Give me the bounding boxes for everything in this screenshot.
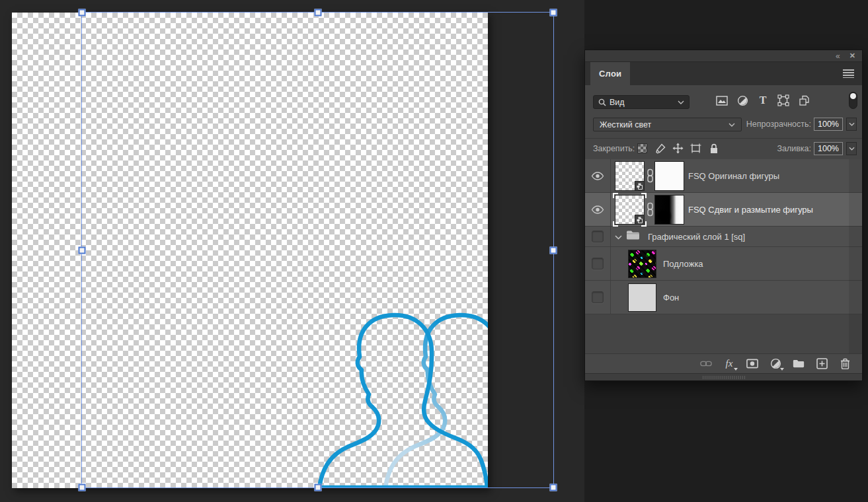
hidden-visibility-box (592, 231, 604, 242)
layer-style-fx-button[interactable]: fx (723, 358, 735, 370)
new-group-button[interactable] (793, 358, 805, 370)
link-layers-button[interactable] (700, 358, 712, 370)
add-layer-mask-button[interactable] (746, 358, 758, 370)
filter-toggle-knob (850, 93, 856, 99)
blend-mode-select[interactable]: Жесткий свет (593, 118, 742, 131)
fill-label: Заливка: (777, 144, 811, 153)
layers-panel: « ✕ Слои Вид T (584, 50, 863, 381)
visibility-cell[interactable] (585, 227, 611, 246)
layer-thumbnail[interactable] (628, 250, 656, 278)
mask-link-icon[interactable] (647, 168, 654, 186)
visibility-cell[interactable] (585, 159, 611, 192)
panel-titlebar: « ✕ (585, 50, 862, 62)
chevron-down-icon (849, 147, 855, 151)
layer-row-fsq-shift-blur[interactable]: FSQ Сдвиг и размытие фигуры (585, 193, 862, 227)
new-adjustment-layer-button[interactable] (769, 358, 781, 370)
layer-name[interactable]: Подложка (663, 259, 703, 269)
layer-filter-select[interactable]: Вид (593, 95, 690, 109)
opacity-dropdown-button[interactable] (846, 118, 857, 131)
opacity-input[interactable]: 100% (814, 118, 843, 131)
delete-layer-button[interactable] (839, 358, 851, 370)
scrollbar-gutter[interactable] (849, 159, 862, 355)
layer-row-fon[interactable]: Фон (585, 281, 862, 314)
new-layer-button[interactable] (816, 358, 828, 370)
layer-row-podlozhka[interactable]: Подложка (585, 247, 862, 281)
collapse-panel-icon[interactable]: « (836, 52, 840, 60)
fill-dropdown-button[interactable] (846, 142, 857, 155)
layer-name[interactable]: Графический слой 1 [sq] (648, 232, 745, 242)
filter-shape-layers-icon[interactable] (777, 94, 789, 106)
transform-handle-bottom-right[interactable] (550, 484, 557, 491)
smart-object-badge-icon (635, 181, 645, 191)
chevron-down-icon (849, 122, 855, 126)
thumbnail-selection-bracket (613, 221, 618, 227)
filter-type-icons: T (716, 94, 810, 106)
thumbnail-selection-bracket (613, 193, 618, 198)
visibility-cell[interactable] (585, 281, 611, 314)
lock-transparency-icon[interactable] (637, 143, 648, 154)
document-canvas[interactable] (12, 13, 488, 488)
layer-name[interactable]: Фон (663, 293, 679, 303)
layer-filter-value: Вид (610, 98, 625, 107)
filter-toggle[interactable] (849, 92, 857, 109)
panel-body: Вид T (585, 85, 862, 380)
document-workspace (0, 0, 584, 502)
filter-adjustment-layers-icon[interactable] (736, 94, 748, 106)
opacity-value: 100% (818, 120, 839, 129)
blend-mode-value: Жесткий свет (600, 120, 651, 129)
folder-icon (626, 230, 640, 243)
fx-dropdown-triangle-icon (734, 368, 738, 371)
filter-pixel-layers-icon[interactable] (716, 94, 728, 106)
close-panel-icon[interactable]: ✕ (849, 52, 855, 59)
blend-opacity-row: Жесткий свет Непрозрачность: 100% (585, 118, 862, 132)
fill-value: 100% (818, 144, 839, 153)
thumbnail-selection-bracket (641, 221, 647, 227)
fill-input[interactable]: 100% (814, 142, 843, 155)
layer-thumbnail[interactable] (628, 283, 656, 312)
transform-handle-top-right[interactable] (550, 9, 557, 17)
panel-resize-grip[interactable] (585, 373, 862, 380)
layer-name[interactable]: FSQ Оригинал фигуры (688, 171, 779, 181)
person-outlines-artwork (12, 13, 488, 488)
lock-all-icon[interactable] (708, 143, 719, 154)
layer-mask-thumbnail[interactable] (654, 161, 684, 191)
person-outline-back (385, 315, 488, 487)
lock-pixels-brush-icon[interactable] (654, 143, 666, 154)
thumbnail-selection-bracket (641, 193, 647, 198)
lock-artboard-icon[interactable] (690, 143, 701, 154)
hidden-visibility-box (592, 291, 604, 303)
chevron-down-icon (678, 100, 684, 104)
person-outline-front (319, 315, 487, 487)
filter-type-layers-icon[interactable]: T (757, 94, 769, 106)
transform-handle-mid-right[interactable] (550, 246, 557, 254)
filter-smart-objects-icon[interactable] (798, 94, 810, 106)
eye-icon (591, 205, 604, 214)
layer-list: FSQ Оригинал фигуры (585, 159, 862, 314)
lock-label: Закрепить: (593, 144, 635, 153)
adjustment-dropdown-triangle-icon (780, 368, 784, 371)
eye-icon (591, 172, 604, 180)
layer-name[interactable]: FSQ Сдвиг и размытие фигуры (688, 205, 813, 215)
layer-row-fsq-original[interactable]: FSQ Оригинал фигуры (585, 159, 862, 193)
tab-layers[interactable]: Слои (590, 62, 630, 85)
group-expand-chevron-icon[interactable] (615, 231, 622, 242)
layer-mask-thumbnail[interactable] (654, 195, 684, 225)
search-icon (598, 98, 606, 106)
panel-menu-icon[interactable] (843, 69, 854, 78)
lock-fill-row: Закрепить: Заливка: 100% (585, 139, 862, 159)
visibility-cell[interactable] (585, 193, 611, 226)
hidden-visibility-box (592, 258, 604, 269)
opacity-label: Непрозрачность: (746, 120, 811, 129)
panel-footer-toolbar: fx (585, 353, 862, 373)
layer-row-group[interactable]: Графический слой 1 [sq] (585, 227, 862, 247)
panel-tabstrip: Слои (585, 62, 862, 85)
resize-grip-dots (703, 376, 745, 379)
chevron-down-icon (729, 123, 735, 127)
visibility-cell[interactable] (585, 247, 611, 280)
lock-position-icon[interactable] (672, 143, 684, 154)
mask-link-icon[interactable] (647, 202, 654, 219)
tab-layers-label: Слои (599, 69, 621, 79)
